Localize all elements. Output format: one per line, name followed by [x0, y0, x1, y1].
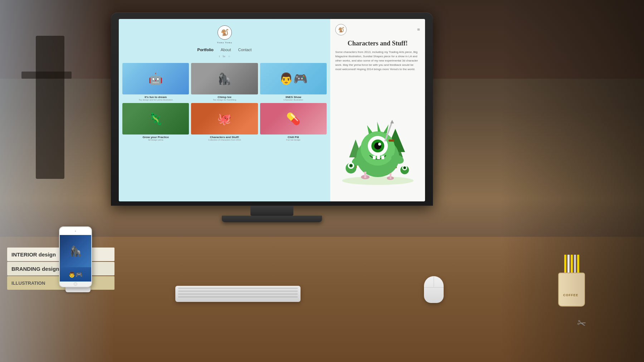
svg-rect-13: [377, 156, 380, 159]
pencil-3: [571, 255, 573, 274]
monitor-stand-neck: [250, 206, 293, 216]
right-panel-body: Some characters from 2013, including my …: [335, 50, 420, 72]
monitor-frame: 🐒 Yema Yema Portfolio About Contact t be…: [111, 13, 433, 206]
circle-icon[interactable]: ○: [228, 55, 230, 58]
site-navigation: Portfolio About Contact: [197, 48, 252, 52]
svg-marker-16: [377, 122, 381, 132]
right-panel-header: 🐒 ≡: [335, 24, 420, 35]
thumb-chill: 💊: [260, 103, 327, 134]
portfolio-item-4[interactable]: 🦎 Grow your Practice 3d design yema: [122, 103, 189, 141]
right-illustration: [335, 75, 420, 196]
phone: ≡ 🦍 👨‍🎮: [59, 226, 97, 292]
bg-right-shadow: [501, 0, 644, 362]
monster-svg: [338, 86, 417, 186]
portfolio-item-2[interactable]: 🦍 Chimp tee Tee design for Nutrithing: [191, 63, 258, 101]
phone-home-bar: [60, 282, 91, 287]
pencils: [556, 255, 587, 274]
thumb-characters-image: 🐙: [191, 103, 258, 134]
portfolio-subtitle-1: Toy design and fun yema illustration: [122, 99, 189, 101]
portfolio-item-1[interactable]: 🤖 It's fun to dream Toy design and fun y…: [122, 63, 189, 101]
portfolio-title-5: Characters and Stuff!: [191, 136, 258, 139]
pencil-2: [567, 255, 570, 274]
thumb-characters: 🐙: [191, 103, 258, 134]
pencil-1: [564, 255, 566, 274]
thumb-chimp: 🦍: [191, 63, 258, 94]
monitor-stand-base: [222, 216, 322, 222]
site-social-icons: t be ○: [219, 55, 230, 58]
portfolio-title-2: Chimp tee: [191, 96, 258, 99]
svg-point-23: [350, 165, 352, 166]
cup-body: COFFEE: [558, 273, 585, 307]
right-logo: 🐒: [335, 24, 347, 35]
background-scene: INTERIOR design BRANDING design ILLUSTRA…: [0, 0, 644, 362]
portfolio-item-6[interactable]: 💊 Chill Pill Fun tee design: [260, 103, 327, 141]
nav-portfolio[interactable]: Portfolio: [197, 48, 214, 52]
pencil-cup: COFFEE: [556, 260, 587, 307]
right-panel-title: Characters and Stuff!: [335, 40, 420, 47]
thumb-grow-image: 🦎: [122, 103, 189, 134]
mouse: [424, 276, 444, 303]
thumb-dream: 🤖: [122, 63, 189, 94]
svg-point-27: [404, 167, 405, 168]
thumb-chill-image: 💊: [260, 103, 327, 134]
behance-icon[interactable]: be: [223, 55, 225, 58]
nav-contact[interactable]: Contact: [238, 48, 252, 52]
phone-screen: ≡ 🦍 👨‍🎮: [60, 227, 91, 287]
svg-rect-34: [390, 173, 391, 179]
thumb-dream-image: 🤖: [122, 63, 189, 94]
portfolio-subtitle-4: 3d design yema: [122, 139, 189, 141]
cup-label: COFFEE: [563, 293, 579, 297]
thumb-3nes: 👨‍🎮: [260, 63, 327, 94]
monitor-screen: 🐒 Yema Yema Portfolio About Contact t be…: [119, 19, 425, 201]
pencil-4: [574, 255, 576, 274]
portfolio-item-3[interactable]: 👨‍🎮 3NES Show Character illustration: [260, 63, 327, 101]
site-logo-text: Yema Yema: [217, 41, 232, 44]
svg-rect-30: [389, 140, 394, 142]
site-right-panel: 🐒 ≡ Characters and Stuff! Some character…: [330, 19, 425, 201]
site-logo: 🐒: [218, 25, 232, 40]
portfolio-grid: 🤖 It's fun to dream Toy design and fun y…: [122, 63, 327, 141]
phone-header: ≡: [60, 227, 91, 235]
nav-about[interactable]: About: [221, 48, 231, 52]
thumb-chimp-image: 🦍: [191, 63, 258, 94]
portfolio-subtitle-5: Collection of characters from 2013: [191, 139, 258, 141]
svg-point-0: [342, 176, 414, 185]
svg-rect-12: [373, 156, 376, 159]
pencil-5: [577, 255, 579, 274]
svg-marker-29: [390, 120, 394, 123]
portfolio-title-4: Grow your Practice: [122, 136, 189, 139]
portfolio-subtitle-2: Tee design for Nutrithing: [191, 99, 258, 101]
portfolio-subtitle-6: Fun tee design: [260, 139, 327, 141]
site-left-panel: 🐒 Yema Yema Portfolio About Contact t be…: [119, 19, 330, 201]
portfolio-title-3: 3NES Show: [260, 96, 327, 99]
svg-rect-32: [364, 172, 366, 178]
hamburger-menu[interactable]: ≡: [417, 27, 420, 33]
portfolio-title-1: It's fun to dream: [122, 96, 189, 99]
thumb-grow: 🦎: [122, 103, 189, 134]
phone-home-button: [74, 282, 77, 286]
thumb-3nes-image: 👨‍🎮: [260, 63, 327, 94]
phone-content: 🦍: [60, 235, 91, 267]
portfolio-item-5[interactable]: 🐙 Characters and Stuff! Collection of ch…: [191, 103, 258, 141]
keyboard: [175, 286, 301, 302]
portfolio-title-6: Chill Pill: [260, 136, 327, 139]
phone-body: ≡ 🦍 👨‍🎮: [59, 226, 92, 287]
twitter-icon[interactable]: t: [219, 55, 220, 58]
monitor: 🐒 Yema Yema Portfolio About Contact t be…: [111, 13, 433, 222]
portfolio-subtitle-3: Character illustration: [260, 99, 327, 101]
svg-point-11: [378, 143, 381, 146]
svg-rect-14: [381, 156, 384, 159]
